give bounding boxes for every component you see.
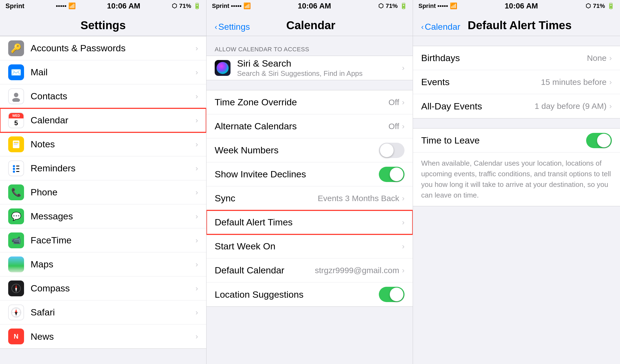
settings-item-facetime[interactable]: 📹 FaceTime › <box>0 228 206 252</box>
sync-value: Events 3 Months Back <box>318 194 399 203</box>
battery-icon-2: 🔋 <box>400 2 407 10</box>
svg-rect-4 <box>14 143 19 144</box>
siri-text: Siri & Search Search & Siri Suggestions,… <box>237 58 402 78</box>
svg-point-0 <box>14 93 18 97</box>
timezone-chevron: › <box>402 98 405 107</box>
signal-area-3: Sprint ▪▪▪▪▪ 📶 <box>418 2 457 10</box>
birthdays-chevron: › <box>609 54 612 62</box>
siri-item[interactable]: Siri & Search Search & Siri Suggestions,… <box>206 56 413 80</box>
maps-label: Maps <box>31 259 196 270</box>
defaultcal-value: strgzr9999@gmail.com <box>315 266 399 275</box>
weeknumbers-knob <box>380 144 394 157</box>
birthdays-value: None <box>587 53 607 63</box>
maps-text: Maps <box>31 259 196 270</box>
invitee-toggle[interactable] <box>379 167 405 182</box>
invitee-item[interactable]: Show Invitee Declines <box>206 162 413 186</box>
panel2-back-button[interactable]: ‹ Settings <box>215 22 250 32</box>
phone-icon: 📞 <box>8 184 24 200</box>
calendar-settings-section: Time Zone Override Off › Alternate Calen… <box>206 90 413 307</box>
sync-text: Sync <box>215 193 318 204</box>
sync-item[interactable]: Sync Events 3 Months Back › <box>206 186 413 210</box>
weeknumbers-item[interactable]: Week Numbers <box>206 138 413 162</box>
settings-item-calendar[interactable]: WED 5 Calendar › <box>0 108 206 132</box>
timezone-text: Time Zone Override <box>215 97 388 108</box>
location-item[interactable]: Location Suggestions <box>206 282 413 306</box>
svg-point-8 <box>13 168 15 170</box>
settings-item-messages[interactable]: 💬 Messages › <box>0 204 206 228</box>
panel3-back-button[interactable]: ‹ Calendar <box>421 22 460 32</box>
svg-rect-3 <box>14 142 19 143</box>
battery-3: ⬡ 71% 🔋 <box>586 2 615 10</box>
compass-label: Compass <box>31 283 196 294</box>
reminders-label: Reminders <box>31 163 196 174</box>
siri-sublabel: Search & Siri Suggestions, Find in Apps <box>237 69 402 78</box>
svg-rect-9 <box>16 168 19 169</box>
svg-marker-14 <box>15 288 17 292</box>
facetime-text: FaceTime <box>31 235 196 246</box>
reminders-chevron: › <box>196 164 198 173</box>
events-row[interactable]: Events 15 minutes before › <box>413 70 620 94</box>
startweek-item[interactable]: Start Week On › <box>206 234 413 258</box>
calendar-settings-list: Time Zone Override Off › Alternate Calen… <box>206 90 413 307</box>
time-to-leave-row[interactable]: Time to Leave <box>413 129 620 153</box>
settings-list-2: ALLOW CALENDAR TO ACCESS Siri & Search S… <box>206 36 413 364</box>
settings-item-phone[interactable]: 📞 Phone › <box>0 180 206 204</box>
settings-item-compass[interactable]: Compass › <box>0 276 206 300</box>
accounts-chevron: › <box>196 44 198 53</box>
signal-icons-1: ▪▪▪▪▪ 📶 <box>56 2 76 10</box>
time-to-leave-description: When available, Calendar uses your locat… <box>413 153 620 206</box>
battery-2: ⬡ 71% 🔋 <box>378 2 407 10</box>
accounts-label: Accounts & Passwords <box>31 43 196 53</box>
settings-item-safari[interactable]: Safari › <box>0 300 206 324</box>
weeknumbers-toggle[interactable] <box>379 143 405 158</box>
phone-label: Phone <box>31 187 196 198</box>
defaultcal-item[interactable]: Default Calendar strgzr9999@gmail.com › <box>206 258 413 282</box>
time-to-leave-label: Time to Leave <box>421 135 586 146</box>
contacts-icon <box>8 88 24 104</box>
carrier-3: Sprint <box>418 2 436 10</box>
settings-item-news[interactable]: N News › <box>0 324 206 348</box>
events-chevron: › <box>609 78 612 86</box>
settings-item-notes[interactable]: Notes › <box>0 132 206 156</box>
calendar-chevron: › <box>196 116 198 125</box>
calendar-icon: WED 5 <box>8 112 24 128</box>
birthdays-row[interactable]: Birthdays None › <box>413 46 620 70</box>
settings-item-mail[interactable]: ✉️ Mail › <box>0 60 206 84</box>
battery-icon-3: 🔋 <box>607 2 615 10</box>
panel3-title: Default Alert Times <box>460 19 579 32</box>
svg-rect-7 <box>16 166 19 166</box>
alternate-chevron: › <box>402 122 405 131</box>
messages-label: Messages <box>31 211 196 222</box>
allday-row[interactable]: All-Day Events 1 day before (9 AM) › <box>413 94 620 118</box>
carrier-2: Sprint <box>212 2 229 10</box>
safari-icon <box>8 305 24 320</box>
settings-item-accounts[interactable]: 🔑 Accounts & Passwords › <box>0 36 206 60</box>
alert-settings-list: Birthdays None › Events 15 minutes befor… <box>413 36 620 364</box>
alternate-item[interactable]: Alternate Calendars Off › <box>206 114 413 138</box>
battery-pct-2: 71% <box>386 2 398 10</box>
settings-item-reminders[interactable]: Reminders › <box>0 156 206 180</box>
messages-text: Messages <box>31 211 196 222</box>
weeknumbers-text: Week Numbers <box>215 145 379 156</box>
panel-calendar: Sprint ▪▪▪▪▪ 📶 10:06 AM ⬡ 71% 🔋 ‹ Settin… <box>206 0 413 364</box>
location-toggle[interactable] <box>379 287 405 302</box>
timezone-item[interactable]: Time Zone Override Off › <box>206 90 413 114</box>
invitee-text: Show Invitee Declines <box>215 169 379 180</box>
news-icon: N <box>8 329 24 344</box>
settings-item-contacts[interactable]: Contacts › <box>0 84 206 108</box>
battery-icon-1: 🔋 <box>193 2 201 10</box>
alternate-text: Alternate Calendars <box>215 121 388 132</box>
panel-settings: Sprint ▪▪▪▪▪ 📶 10:06 AM ⬡ 71% 🔋 Settings… <box>0 0 206 364</box>
compass-icon <box>8 281 24 296</box>
svg-rect-11 <box>16 171 19 172</box>
alerttimes-label: Default Alert Times <box>215 217 402 228</box>
wifi-icon-2: 📶 <box>243 2 251 10</box>
allday-chevron: › <box>609 102 612 111</box>
settings-item-maps[interactable]: Maps › <box>0 252 206 276</box>
mail-text: Mail <box>31 67 196 77</box>
alerttimes-item[interactable]: Default Alert Times › <box>206 210 413 234</box>
bluetooth-icon-2: ⬡ <box>378 2 383 10</box>
time-to-leave-toggle[interactable] <box>586 133 612 148</box>
maps-chevron: › <box>196 260 198 269</box>
signal-icon-3: ▪▪▪▪▪ <box>438 2 448 10</box>
